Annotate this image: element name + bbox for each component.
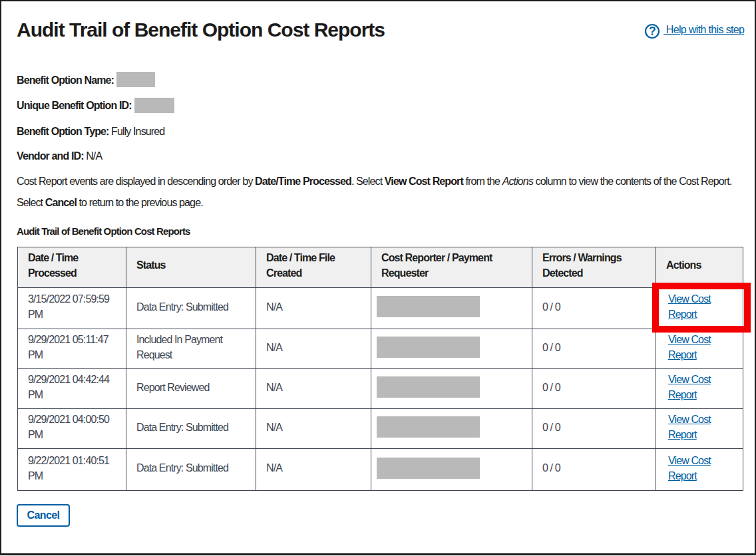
- svg-text:?: ?: [649, 25, 656, 38]
